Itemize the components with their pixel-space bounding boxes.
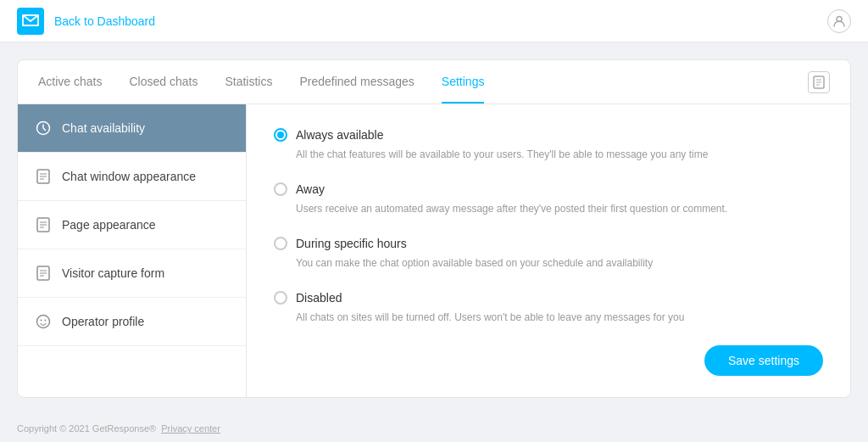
radio-title-always-available: Always available xyxy=(296,128,384,142)
back-to-dashboard-link[interactable]: Back to Dashboard xyxy=(54,14,155,28)
svg-point-18 xyxy=(37,316,50,328)
radio-input-specific-hours[interactable] xyxy=(274,237,287,250)
footer-privacy-link[interactable]: Privacy center xyxy=(161,423,220,434)
page-footer: Copyright © 2021 GetResponse® Privacy ce… xyxy=(0,415,868,442)
radio-option-away: Away Users receive an automated away mes… xyxy=(274,182,823,216)
sidebar-item-page-appearance[interactable]: Page appearance xyxy=(18,201,246,249)
tab-closed-chats[interactable]: Closed chats xyxy=(129,60,198,104)
radio-input-away[interactable] xyxy=(274,182,287,196)
sidebar-item-chat-window-appearance[interactable]: Chat window appearance xyxy=(18,153,246,201)
user-profile-icon[interactable] xyxy=(827,9,851,33)
logo-icon xyxy=(17,8,44,35)
radio-title-away: Away xyxy=(296,182,325,196)
tab-active-chats[interactable]: Active chats xyxy=(38,60,102,104)
top-navigation: Back to Dashboard xyxy=(0,0,868,42)
sidebar-item-chat-availability[interactable]: Chat availability xyxy=(18,104,246,153)
radio-title-specific-hours: During specific hours xyxy=(296,237,407,250)
radio-option-disabled: Disabled All chats on sites will be turn… xyxy=(274,291,823,325)
content-area: Chat availability Chat window appearance xyxy=(18,104,850,397)
radio-desc-disabled: All chats on sites will be turned off. U… xyxy=(296,310,823,325)
clock-icon xyxy=(35,120,52,137)
save-settings-button[interactable]: Save settings xyxy=(704,345,823,376)
sidebar-item-visitor-capture-form[interactable]: Visitor capture form xyxy=(18,249,246,298)
document-icon-2 xyxy=(35,216,52,233)
document-icon-3 xyxy=(35,265,52,282)
sidebar-item-operator-profile[interactable]: Operator profile xyxy=(18,298,246,346)
radio-input-disabled[interactable] xyxy=(274,291,287,305)
sidebar-label-page-appearance: Page appearance xyxy=(62,218,156,232)
footer-copyright: Copyright © 2021 GetResponse® xyxy=(17,423,156,434)
radio-label-away[interactable]: Away xyxy=(274,182,823,196)
save-button-wrapper: Save settings xyxy=(274,345,823,376)
settings-sidebar: Chat availability Chat window appearance xyxy=(18,104,247,397)
nav-left: Back to Dashboard xyxy=(17,8,155,35)
sidebar-label-chat-window-appearance: Chat window appearance xyxy=(62,170,196,183)
radio-desc-away: Users receive an automated away message … xyxy=(296,201,823,216)
radio-option-always-available: Always available All the chat features w… xyxy=(274,128,823,162)
preview-icon[interactable] xyxy=(808,71,830,93)
tab-settings[interactable]: Settings xyxy=(442,60,485,104)
radio-label-disabled[interactable]: Disabled xyxy=(274,291,823,305)
settings-card: Active chats Closed chats Statistics Pre… xyxy=(17,59,851,398)
radio-desc-always-available: All the chat features will be available … xyxy=(296,147,823,162)
settings-main-panel: Always available All the chat features w… xyxy=(247,104,850,397)
document-icon-1 xyxy=(35,168,52,185)
sidebar-label-chat-availability: Chat availability xyxy=(62,121,145,135)
sidebar-label-operator-profile: Operator profile xyxy=(62,315,144,328)
tab-predefined-messages[interactable]: Predefined messages xyxy=(299,60,414,104)
sidebar-label-visitor-capture-form: Visitor capture form xyxy=(62,266,164,280)
tabs-bar: Active chats Closed chats Statistics Pre… xyxy=(18,60,850,104)
main-container: Active chats Closed chats Statistics Pre… xyxy=(0,42,868,415)
radio-title-disabled: Disabled xyxy=(296,291,342,305)
smiley-icon xyxy=(35,313,52,330)
radio-desc-specific-hours: You can make the chat option available b… xyxy=(296,255,823,271)
radio-input-always-available[interactable] xyxy=(274,128,287,142)
tab-statistics[interactable]: Statistics xyxy=(225,60,272,104)
svg-point-20 xyxy=(45,320,47,322)
radio-option-specific-hours: During specific hours You can make the c… xyxy=(274,237,823,271)
tabs-list: Active chats Closed chats Statistics Pre… xyxy=(38,60,484,104)
radio-label-specific-hours[interactable]: During specific hours xyxy=(274,237,823,250)
radio-label-always-available[interactable]: Always available xyxy=(274,128,823,142)
svg-point-19 xyxy=(41,320,42,322)
